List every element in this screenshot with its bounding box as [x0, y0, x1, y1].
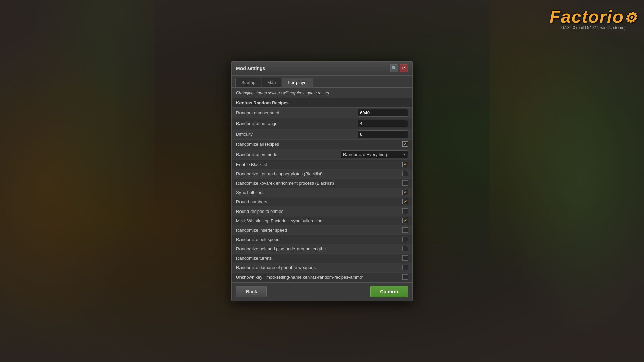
select-randomization-mode[interactable]: Randomize EverythingRandomize Ingredient…	[341, 150, 408, 158]
setting-label-enable-blacklist: Enable Blacklist	[236, 162, 402, 167]
setting-row-randomization-range: Randomization range	[232, 118, 412, 129]
select-wrapper-randomization-mode: Randomize EverythingRandomize Ingredient…	[341, 150, 408, 158]
setting-row-randomize-iron-copper: Randomize iron and copper plates (Blackl…	[232, 169, 412, 179]
setting-label-randomize-turrets: Randomize turrets	[236, 256, 402, 261]
titlebar-buttons: 🔍 ↺	[390, 64, 408, 72]
setting-value-unknown-key-ammo	[402, 274, 408, 280]
setting-label-random-seed: Random number seed	[236, 110, 358, 115]
section-header: Keniras Random Recipes	[232, 98, 412, 108]
setting-value-enable-blacklist	[402, 162, 408, 167]
checkbox-randomize-belt-speed[interactable]	[402, 237, 408, 242]
modal-content: Keniras Random Recipes Random number see…	[232, 98, 412, 282]
setting-row-randomize-all-recipes: Randomize all recipes	[232, 140, 412, 149]
setting-value-randomize-kovarex	[402, 180, 408, 186]
setting-label-unknown-key-ammo: Unknown key: "mod-setting-name.keniras-r…	[236, 275, 402, 280]
back-button[interactable]: Back	[236, 286, 267, 297]
setting-row-randomize-inserter-speed: Randomize inserter speed	[232, 226, 412, 235]
checkbox-mod-whistlestop[interactable]	[402, 218, 408, 223]
setting-label-randomize-belt-speed: Randomize belt speed	[236, 237, 402, 242]
warning-text: Changing startup settings will require a…	[232, 88, 412, 98]
modal-overlay: Mod settings 🔍 ↺ Startup Map Per player …	[0, 0, 644, 362]
setting-value-random-seed	[358, 109, 408, 117]
checkbox-randomize-kovarex[interactable]	[402, 180, 408, 186]
setting-row-random-seed: Random number seed	[232, 108, 412, 118]
setting-row-randomize-turrets: Randomize turrets	[232, 254, 412, 263]
input-randomization-range[interactable]	[358, 120, 408, 127]
setting-value-randomization-range	[358, 120, 408, 127]
setting-row-mod-whistlestop: Mod: Whistlestop Factories: sync bulk re…	[232, 216, 412, 226]
checkbox-round-numbers[interactable]	[402, 199, 408, 204]
checkbox-randomize-all-recipes[interactable]	[402, 141, 408, 147]
setting-row-randomize-belt-pipe-underground: Randomize belt and pipe underground leng…	[232, 244, 412, 254]
settings-list[interactable]: Random number seedRandomization rangeDif…	[232, 108, 412, 282]
setting-value-randomize-turrets	[402, 255, 408, 261]
input-random-seed[interactable]	[358, 109, 408, 117]
setting-row-randomize-kovarex: Randomize kovarex enrichment process (Bl…	[232, 179, 412, 188]
setting-value-randomize-all-recipes	[402, 141, 408, 147]
setting-row-round-numbers: Round numbers	[232, 197, 412, 207]
checkbox-round-recipes-primes[interactable]	[402, 208, 408, 214]
modal-footer: Back Confirm	[232, 282, 412, 301]
tab-startup[interactable]: Startup	[235, 78, 261, 87]
reset-button[interactable]: ↺	[400, 64, 408, 72]
setting-label-randomize-all-recipes: Randomize all recipes	[236, 142, 402, 147]
input-difficulty[interactable]	[358, 130, 408, 138]
setting-label-mod-whistlestop: Mod: Whistlestop Factories: sync bulk re…	[236, 218, 402, 223]
checkbox-unknown-key-ammo[interactable]	[402, 274, 408, 280]
checkbox-randomize-inserter-speed[interactable]	[402, 227, 408, 233]
setting-label-randomize-kovarex: Randomize kovarex enrichment process (Bl…	[236, 181, 402, 186]
checkbox-sync-belt-tiers[interactable]	[402, 190, 408, 195]
setting-value-randomize-inserter-speed	[402, 227, 408, 233]
setting-value-randomize-iron-copper	[402, 171, 408, 176]
setting-row-round-recipes-primes: Round recipes to primes	[232, 207, 412, 216]
setting-value-randomize-belt-speed	[402, 237, 408, 242]
setting-label-randomization-range: Randomization range	[236, 121, 358, 126]
setting-value-randomize-belt-pipe-underground	[402, 246, 408, 251]
confirm-button[interactable]: Confirm	[370, 286, 408, 297]
modal-titlebar: Mod settings 🔍 ↺	[232, 62, 412, 76]
tabs-bar: Startup Map Per player	[232, 76, 412, 88]
setting-value-difficulty	[358, 130, 408, 138]
setting-row-randomize-portable-weapons: Randomize damage of portable weapons	[232, 263, 412, 273]
setting-label-randomize-belt-pipe-underground: Randomize belt and pipe underground leng…	[236, 246, 402, 251]
checkbox-randomize-iron-copper[interactable]	[402, 171, 408, 176]
tab-map[interactable]: Map	[262, 78, 281, 87]
tab-per-player[interactable]: Per player	[282, 78, 313, 87]
setting-value-sync-belt-tiers	[402, 190, 408, 195]
modal-title: Mod settings	[236, 66, 265, 71]
setting-row-difficulty: Difficulty	[232, 129, 412, 140]
setting-label-randomize-inserter-speed: Randomize inserter speed	[236, 228, 402, 233]
setting-value-round-recipes-primes	[402, 208, 408, 214]
checkbox-enable-blacklist[interactable]	[402, 162, 408, 167]
mod-settings-modal: Mod settings 🔍 ↺ Startup Map Per player …	[231, 61, 413, 301]
setting-label-sync-belt-tiers: Sync belt tiers	[236, 190, 402, 195]
setting-row-randomize-belt-speed: Randomize belt speed	[232, 235, 412, 244]
setting-label-randomize-portable-weapons: Randomize damage of portable weapons	[236, 265, 402, 270]
setting-value-round-numbers	[402, 199, 408, 204]
setting-row-unknown-key-ammo: Unknown key: "mod-setting-name.keniras-r…	[232, 273, 412, 282]
checkbox-randomize-turrets[interactable]	[402, 255, 408, 261]
setting-row-randomization-mode: Randomization modeRandomize EverythingRa…	[232, 149, 412, 160]
setting-label-difficulty: Difficulty	[236, 132, 358, 137]
checkbox-randomize-portable-weapons[interactable]	[402, 265, 408, 270]
setting-row-enable-blacklist: Enable Blacklist	[232, 160, 412, 169]
search-button[interactable]: 🔍	[390, 64, 398, 72]
setting-label-round-recipes-primes: Round recipes to primes	[236, 209, 402, 214]
setting-value-randomization-mode: Randomize EverythingRandomize Ingredient…	[341, 150, 408, 158]
setting-label-randomization-mode: Randomization mode	[236, 152, 341, 157]
setting-value-randomize-portable-weapons	[402, 265, 408, 270]
setting-value-mod-whistlestop	[402, 218, 408, 223]
setting-label-randomize-iron-copper: Randomize iron and copper plates (Blackl…	[236, 171, 402, 176]
checkbox-randomize-belt-pipe-underground[interactable]	[402, 246, 408, 251]
setting-label-round-numbers: Round numbers	[236, 199, 402, 204]
setting-row-sync-belt-tiers: Sync belt tiers	[232, 188, 412, 197]
